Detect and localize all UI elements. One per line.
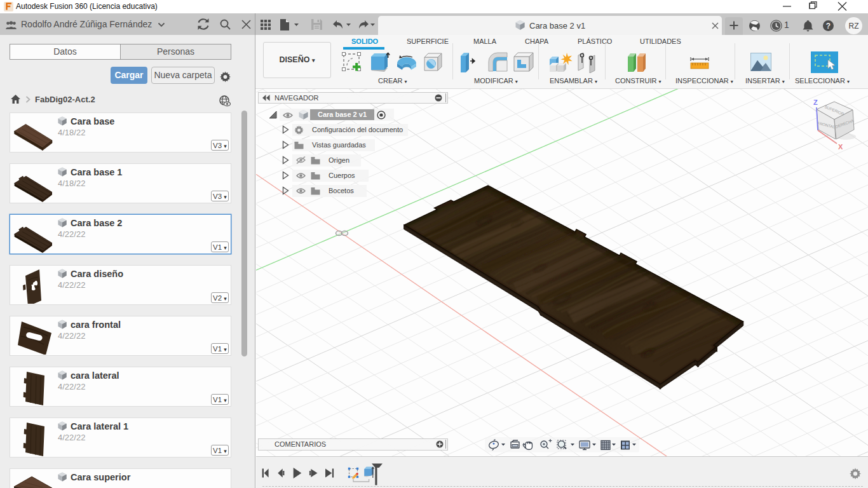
svg-text:Z: Z [813, 98, 818, 106]
svg-text:?: ? [826, 22, 831, 30]
svg-text:X: X [838, 143, 843, 151]
